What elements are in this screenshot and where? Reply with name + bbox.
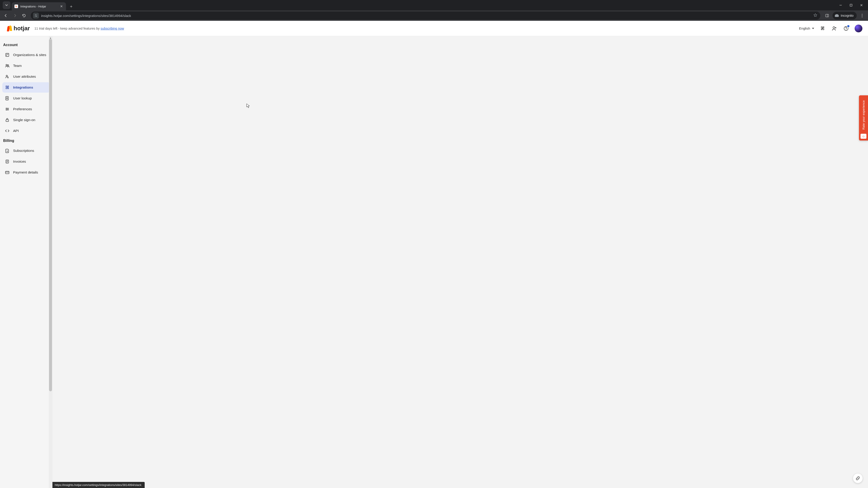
incognito-indicator[interactable]: Incognito (833, 12, 857, 20)
kebab-icon (862, 14, 863, 18)
svg-rect-11 (6, 54, 7, 55)
sidebar-item-user-attributes[interactable]: User attributes (2, 71, 50, 82)
window-maximize-button[interactable] (846, 1, 856, 9)
sidebar-section-label: Account (2, 41, 50, 50)
svg-point-5 (862, 15, 862, 16)
address-bar[interactable]: insights.hotjar.com/settings/integration… (31, 11, 820, 20)
arrow-right-icon (13, 13, 17, 18)
browser-toolbar: insights.hotjar.com/settings/integration… (0, 10, 868, 21)
svg-rect-2 (826, 14, 829, 17)
puzzle-icon (820, 26, 825, 31)
reload-icon (22, 13, 26, 18)
side-panel-button[interactable] (823, 11, 831, 20)
svg-point-7 (833, 27, 835, 29)
nav-reload-button[interactable] (20, 11, 28, 20)
sidebar-item-user-lookup[interactable]: User lookup (2, 93, 50, 103)
sidebar-item-label: Preferences (13, 107, 32, 111)
payment-icon (5, 170, 9, 175)
sidebar-item-label: Invoices (13, 160, 26, 164)
integrations-icon (5, 85, 9, 90)
sidebar-item-team[interactable]: Team (2, 61, 50, 71)
caret-down-icon (812, 28, 814, 29)
organizations-icon (5, 53, 9, 57)
help-button[interactable] (843, 25, 849, 32)
flame-icon (7, 26, 12, 31)
copy-link-fab[interactable] (853, 474, 863, 483)
team-icon (5, 64, 9, 68)
svg-point-15 (8, 65, 9, 66)
browser-tab[interactable]: h Integrations - Hotjar ✕ (12, 2, 66, 10)
bookmark-button[interactable] (812, 13, 819, 18)
browser-tab-strip: h Integrations - Hotjar ✕ ＋ (0, 0, 868, 10)
minimize-icon (839, 4, 842, 6)
trial-text: 11 trial days left - keep advanced featu… (34, 27, 101, 30)
sidebar-scrollbar-thumb[interactable] (49, 39, 52, 391)
sidebar-item-label: Payment details (13, 170, 38, 174)
feedback-side-tab[interactable]: Rate your experience ☺ (859, 95, 868, 140)
svg-point-20 (7, 109, 8, 109)
sidebar-scrollbar-track[interactable]: ▲ (49, 36, 52, 488)
sidebar-item-label: Subscriptions (13, 149, 34, 153)
sidebar-item-api[interactable]: API (2, 126, 50, 136)
language-selector[interactable]: English (799, 26, 814, 30)
browser-menu-button[interactable] (858, 11, 866, 20)
sidebar-item-single-sign-on[interactable]: Single sign-on (2, 115, 50, 125)
sidebar-item-label: User lookup (13, 96, 32, 100)
window-controls (835, 1, 868, 10)
window-close-button[interactable] (856, 1, 867, 9)
svg-point-19 (6, 108, 7, 109)
invite-user-button[interactable] (831, 25, 838, 32)
panel-icon (825, 14, 829, 18)
svg-rect-10 (6, 53, 9, 57)
chat-smile-icon: ☺ (861, 134, 866, 139)
sidebar-item-integrations[interactable]: Integrations (2, 82, 50, 93)
mouse-cursor (246, 103, 250, 108)
hotjar-logo[interactable]: hotjar (7, 25, 30, 32)
incognito-icon (835, 14, 839, 17)
svg-rect-13 (6, 55, 7, 56)
sidebar-item-payment-details[interactable]: Payment details (2, 167, 50, 177)
tab-search-button[interactable] (3, 1, 10, 9)
tune-icon (34, 14, 37, 17)
logo-text: hotjar (13, 25, 30, 32)
arrow-left-icon (4, 13, 8, 18)
maximize-icon (850, 4, 852, 6)
svg-point-4 (862, 14, 862, 14)
subscriptions-icon (5, 149, 9, 153)
settings-sidebar: AccountOrganizations & sitesTeamUser att… (0, 36, 53, 488)
app-header: hotjar 11 trial days left - keep advance… (0, 21, 868, 36)
sidebar-item-organizations-sites[interactable]: Organizations & sites (2, 50, 50, 60)
sidebar-item-invoices[interactable]: Invoices (2, 156, 50, 167)
trial-banner: 11 trial days left - keep advanced featu… (34, 27, 124, 30)
tab-strip: h Integrations - Hotjar ✕ ＋ (0, 0, 74, 10)
sidebar-item-preferences[interactable]: Preferences (2, 104, 50, 114)
sidebar-item-label: Organizations & sites (13, 53, 46, 57)
status-bar-url: https://insights.hotjar.com/settings/int… (53, 482, 145, 488)
tab-close-button[interactable]: ✕ (59, 4, 64, 8)
svg-point-21 (6, 109, 7, 110)
chevron-down-icon (5, 4, 8, 6)
tab-title: Integrations - Hotjar (20, 5, 57, 8)
sidebar-section-label: Billing (2, 136, 50, 145)
nav-back-button[interactable] (2, 11, 10, 20)
sidebar-item-label: User attributes (13, 74, 36, 78)
sidebar-item-subscriptions[interactable]: Subscriptions (2, 145, 50, 156)
nav-forward-button[interactable] (11, 11, 19, 20)
new-tab-button[interactable]: ＋ (68, 3, 74, 10)
svg-point-14 (6, 64, 7, 66)
svg-point-16 (6, 75, 7, 76)
subscribe-link[interactable]: subscribing now (101, 27, 124, 30)
window-minimize-button[interactable] (835, 1, 846, 9)
sidebar-item-label: Integrations (13, 86, 33, 90)
svg-rect-24 (5, 171, 9, 174)
header-right: English (799, 24, 863, 33)
sidebar-item-label: Single sign-on (13, 118, 35, 122)
integrations-header-button[interactable] (819, 25, 826, 32)
site-info-button[interactable] (33, 13, 39, 19)
user-lookup-icon (5, 96, 9, 101)
avatar[interactable] (855, 24, 863, 33)
api-icon (5, 129, 9, 133)
preferences-icon (5, 107, 9, 111)
feedback-label: Rate your experience (862, 98, 865, 131)
sidebar-item-label: API (13, 129, 19, 133)
